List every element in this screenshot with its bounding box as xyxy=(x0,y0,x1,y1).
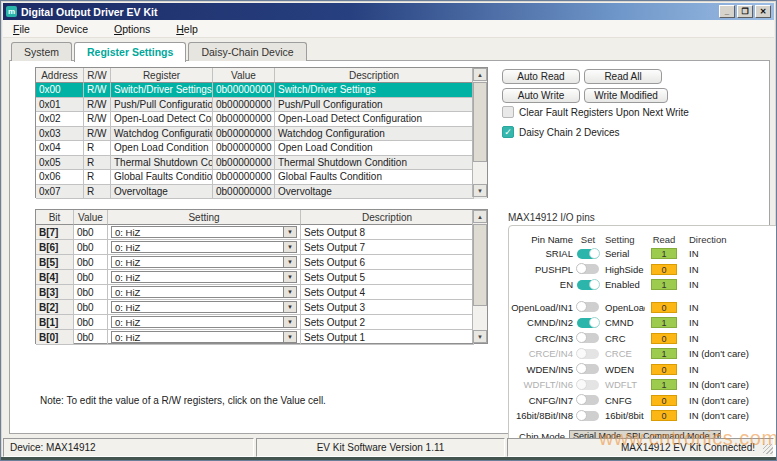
bit-cell: B[6] xyxy=(36,240,74,255)
value-cell[interactable]: 0b00000000 xyxy=(213,185,275,200)
daisy-chain-2-devices-checkbox[interactable]: ✓ Daisy Chain 2 Devices xyxy=(502,126,620,138)
chevron-down-icon[interactable]: ▼ xyxy=(283,317,296,327)
io-pin-row-wden-in5: WDEN/IN5WDEN0IN xyxy=(509,362,777,378)
value-cell[interactable]: 0b00000000 xyxy=(213,141,275,156)
chevron-down-icon[interactable]: ▼ xyxy=(283,257,296,267)
title-bar: m Digital Output Driver EV Kit _ ❐ ✕ xyxy=(3,3,774,20)
chevron-down-icon[interactable]: ▼ xyxy=(283,332,296,342)
pin-read: 1 xyxy=(645,348,683,359)
register-cell: Switch/Driver Settings xyxy=(111,83,213,98)
setting-dropdown[interactable]: 0: HiZ▼ xyxy=(111,256,297,268)
value-cell[interactable]: 0b00000000 xyxy=(213,112,275,127)
scroll-thumb[interactable] xyxy=(473,224,487,306)
toggle-knob xyxy=(589,279,600,290)
setting-dropdown[interactable]: 0: HiZ▼ xyxy=(111,241,297,253)
tab-daisy-chain-device[interactable]: Daisy-Chain Device xyxy=(188,42,306,61)
scroll-down-icon[interactable]: ▼ xyxy=(473,330,487,343)
toggle-switch[interactable] xyxy=(577,395,599,405)
toggle-knob xyxy=(576,410,587,421)
close-icon[interactable]: ✕ xyxy=(755,5,771,18)
value-cell[interactable]: 0b00000000 xyxy=(213,170,275,185)
chevron-down-icon[interactable]: ▼ xyxy=(283,227,296,237)
setting-dropdown[interactable]: 0: HiZ▼ xyxy=(111,226,297,238)
menu-options[interactable]: Options xyxy=(112,21,160,37)
bit-table-scrollbar[interactable]: ▲▼ xyxy=(472,210,487,343)
register-row[interactable]: 0x06RGlobal Faults Condition0b00000000Gl… xyxy=(36,170,487,185)
menu-device[interactable]: Device xyxy=(54,21,98,37)
value-cell[interactable]: 0b00000000 xyxy=(213,127,275,142)
pin-name: SRIAL xyxy=(509,248,573,259)
register-table: AddressR/WRegisterValueDescription0x00R/… xyxy=(35,67,488,198)
value-cell[interactable]: 0b00000000 xyxy=(213,156,275,171)
toggle-switch[interactable] xyxy=(577,318,599,328)
maximize-icon[interactable]: ❐ xyxy=(737,5,753,18)
bit-value-cell[interactable]: 0b0 xyxy=(74,330,108,345)
register-row[interactable]: 0x04ROpen Load Condition0b00000000Open L… xyxy=(36,141,487,156)
bit-value-cell[interactable]: 0b0 xyxy=(74,225,108,240)
toggle-switch[interactable] xyxy=(577,249,599,259)
bit-value-cell[interactable]: 0b0 xyxy=(74,270,108,285)
chevron-down-icon[interactable]: ▼ xyxy=(283,287,296,297)
scroll-down-icon[interactable]: ▼ xyxy=(473,184,487,197)
register-table-scrollbar[interactable]: ▲▼ xyxy=(472,68,487,197)
register-row[interactable]: 0x01R/WPush/Pull Configuration0b00000000… xyxy=(36,98,487,113)
bit-value-cell[interactable]: 0b0 xyxy=(74,255,108,270)
setting-dropdown[interactable]: 0: HiZ▼ xyxy=(111,316,297,328)
col-pin-name: Pin Name xyxy=(509,234,573,245)
value-cell[interactable]: 0b00000000 xyxy=(213,83,275,98)
tab-register-settings[interactable]: Register Settings xyxy=(74,42,186,62)
setting-dropdown[interactable]: 0: HiZ▼ xyxy=(111,301,297,313)
minimize-icon[interactable]: _ xyxy=(719,5,735,18)
register-row[interactable]: 0x05RThermal Shutdown Con...0b00000000Th… xyxy=(36,156,487,171)
menu-help[interactable]: Help xyxy=(174,21,208,37)
register-row[interactable]: 0x07ROvervoltage0b00000000Overvoltage xyxy=(36,185,487,200)
bit-value-cell[interactable]: 0b0 xyxy=(74,315,108,330)
bit-value-cell[interactable]: 0b0 xyxy=(74,300,108,315)
auto-write-button[interactable]: Auto Write xyxy=(502,88,580,103)
setting-dropdown[interactable]: 0: HiZ▼ xyxy=(111,271,297,283)
pin-set xyxy=(573,349,603,359)
chevron-down-icon[interactable]: ▼ xyxy=(283,272,296,282)
checkbox-icon[interactable] xyxy=(502,106,514,118)
pin-name: OpenLoad/IN1 xyxy=(509,302,573,313)
register-row[interactable]: 0x03R/WWatchdog Configuration0b00000000W… xyxy=(36,127,487,142)
bit-value-cell[interactable]: 0b0 xyxy=(74,240,108,255)
menu-file[interactable]: File xyxy=(11,21,40,37)
window-bottom-border xyxy=(1,457,776,460)
pin-set xyxy=(573,280,603,290)
toggle-switch[interactable] xyxy=(577,411,599,421)
rw-cell: R/W xyxy=(84,98,111,113)
setting-dropdown[interactable]: 0: HiZ▼ xyxy=(111,331,297,343)
read-all-button[interactable]: Read All xyxy=(584,69,662,84)
col-read: Read xyxy=(645,234,683,245)
tab-system[interactable]: System xyxy=(11,42,72,61)
chevron-down-icon[interactable]: ▼ xyxy=(283,302,296,312)
io-pin-row-crc-in3: CRC/IN3CRC0IN xyxy=(509,331,777,347)
checkbox-icon[interactable]: ✓ xyxy=(502,126,514,138)
auto-read-button[interactable]: Auto Read xyxy=(502,69,580,84)
setting-dropdown[interactable]: 0: HiZ▼ xyxy=(111,286,297,298)
scroll-up-icon[interactable]: ▲ xyxy=(473,68,487,81)
bit-table-header: BitValueSettingDescription xyxy=(36,210,487,225)
chevron-down-icon[interactable]: ▼ xyxy=(283,242,296,252)
pin-direction: IN xyxy=(683,248,777,259)
bit-value-cell[interactable]: 0b0 xyxy=(74,285,108,300)
header-cell: Bit xyxy=(36,210,74,225)
setting-cell: 0: HiZ▼ xyxy=(108,255,301,270)
write-modified-button[interactable]: Write Modified xyxy=(584,88,668,103)
toggle-switch[interactable] xyxy=(577,280,599,290)
toggle-switch[interactable] xyxy=(577,302,599,312)
toggle-switch[interactable] xyxy=(577,364,599,374)
scroll-up-icon[interactable]: ▲ xyxy=(473,210,487,223)
toggle-switch[interactable] xyxy=(577,264,599,274)
setting-dropdown-value: 0: HiZ xyxy=(112,242,283,253)
value-cell[interactable]: 0b00000000 xyxy=(213,98,275,113)
toggle-switch[interactable] xyxy=(577,333,599,343)
setting-cell: 0: HiZ▼ xyxy=(108,240,301,255)
clear-fault-registers-checkbox[interactable]: Clear Fault Registers Upon Next Write xyxy=(502,106,689,118)
pin-setting-label: WDFLT xyxy=(603,379,645,390)
register-row[interactable]: 0x02R/WOpen-Load Detect Confi...0b000000… xyxy=(36,112,487,127)
scroll-thumb[interactable] xyxy=(473,82,487,162)
register-row[interactable]: 0x00R/WSwitch/Driver Settings0b00000000S… xyxy=(36,83,487,98)
bit-row: B[6]0b00: HiZ▼Sets Output 7 xyxy=(36,240,487,255)
